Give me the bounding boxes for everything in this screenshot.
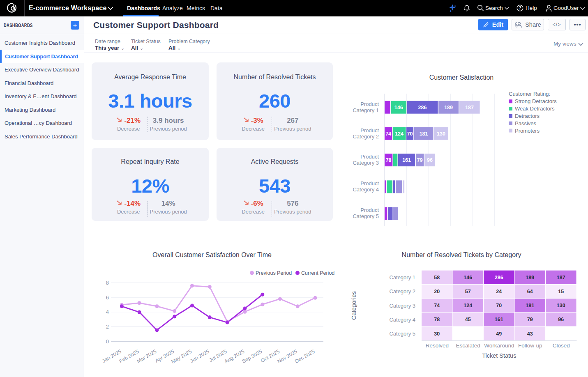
svg-text:Mar 2025: Mar 2025 (136, 348, 158, 364)
svg-text:Customer Rating:: Customer Rating: (509, 91, 550, 97)
svg-text:161: 161 (402, 157, 411, 163)
svg-text:130: 130 (437, 131, 445, 137)
svg-text:Detractors: Detractors (515, 113, 540, 119)
svg-text:?: ? (519, 5, 521, 10)
svg-text:Sep 2025: Sep 2025 (241, 348, 263, 364)
svg-text:24: 24 (496, 289, 502, 294)
svg-text:0: 0 (106, 338, 109, 345)
svg-text:Ticket Status: Ticket Status (482, 352, 516, 359)
svg-text:15: 15 (558, 289, 564, 294)
svg-text:181: 181 (526, 303, 534, 308)
svg-text:Dec 2025: Dec 2025 (294, 348, 316, 364)
svg-text:Category 5: Category 5 (389, 331, 415, 337)
svg-text:286: 286 (418, 105, 427, 110)
svg-text:79: 79 (527, 317, 533, 322)
svg-text:Closed: Closed (553, 343, 570, 349)
svg-text:130: 130 (557, 303, 565, 308)
svg-text:Categories: Categories (350, 291, 357, 320)
svg-text:4: 4 (106, 309, 109, 315)
svg-text:70: 70 (496, 303, 502, 308)
svg-text:Resolved: Resolved (426, 343, 449, 349)
svg-text:Passives: Passives (515, 120, 537, 126)
svg-text:187: 187 (465, 105, 474, 110)
svg-text:Previous Period: Previous Period (256, 270, 292, 276)
svg-text:189: 189 (526, 275, 534, 280)
svg-text:Category 5: Category 5 (353, 213, 379, 219)
svg-text:Product: Product (360, 101, 379, 107)
svg-text:124: 124 (463, 303, 472, 308)
svg-text:78: 78 (386, 157, 392, 163)
svg-text:Category 3: Category 3 (353, 160, 379, 166)
svg-text:58: 58 (434, 275, 440, 280)
svg-text:74: 74 (385, 131, 391, 137)
svg-text:Category 4: Category 4 (353, 186, 379, 193)
svg-text:181: 181 (420, 131, 428, 137)
svg-text:Product: Product (360, 180, 379, 186)
svg-text:124: 124 (395, 131, 404, 137)
svg-text:Jun 2025: Jun 2025 (189, 348, 210, 364)
svg-text:Follow-up: Follow-up (518, 343, 542, 349)
svg-text:2: 2 (106, 324, 109, 330)
svg-text:146: 146 (463, 275, 472, 280)
svg-text:79: 79 (417, 157, 423, 163)
svg-text:May 2025: May 2025 (170, 348, 193, 365)
svg-text:43: 43 (527, 331, 533, 337)
svg-text:Category 1: Category 1 (353, 107, 379, 113)
svg-text:Product: Product (360, 207, 379, 213)
svg-text:189: 189 (444, 105, 453, 110)
svg-text:Current Period: Current Period (301, 270, 334, 276)
svg-text:Weak Detractors: Weak Detractors (515, 106, 555, 112)
svg-text:Category 3: Category 3 (389, 303, 415, 309)
svg-text:Promoters: Promoters (515, 128, 540, 134)
svg-text:146: 146 (394, 105, 403, 110)
svg-text:6: 6 (106, 294, 109, 301)
svg-text:Product: Product (360, 154, 379, 160)
svg-text:70: 70 (407, 131, 413, 137)
svg-text:96: 96 (427, 157, 433, 163)
svg-text:96: 96 (558, 317, 564, 322)
svg-text:Category 2: Category 2 (389, 288, 415, 294)
svg-text:Category 2: Category 2 (353, 133, 379, 140)
svg-text:74: 74 (434, 303, 440, 308)
svg-text:Category 1: Category 1 (389, 274, 415, 280)
svg-text:161: 161 (495, 317, 503, 322)
svg-text:Escalated: Escalated (456, 343, 480, 349)
svg-text:Feb 2025: Feb 2025 (118, 348, 140, 364)
svg-text:Product: Product (360, 127, 379, 133)
svg-text:Strong Detractors: Strong Detractors (515, 98, 557, 104)
svg-text:20: 20 (434, 289, 440, 294)
svg-text:30: 30 (434, 331, 440, 337)
svg-text:45: 45 (465, 317, 471, 322)
svg-text:49: 49 (496, 331, 502, 337)
svg-text:57: 57 (465, 289, 471, 294)
svg-text:187: 187 (557, 275, 565, 280)
svg-text:Category 4: Category 4 (389, 317, 415, 323)
svg-text:Workaround: Workaround (484, 343, 514, 349)
svg-text:8: 8 (106, 280, 109, 286)
svg-text:286: 286 (495, 275, 503, 280)
svg-text:78: 78 (434, 317, 440, 322)
svg-text:64: 64 (527, 289, 533, 294)
